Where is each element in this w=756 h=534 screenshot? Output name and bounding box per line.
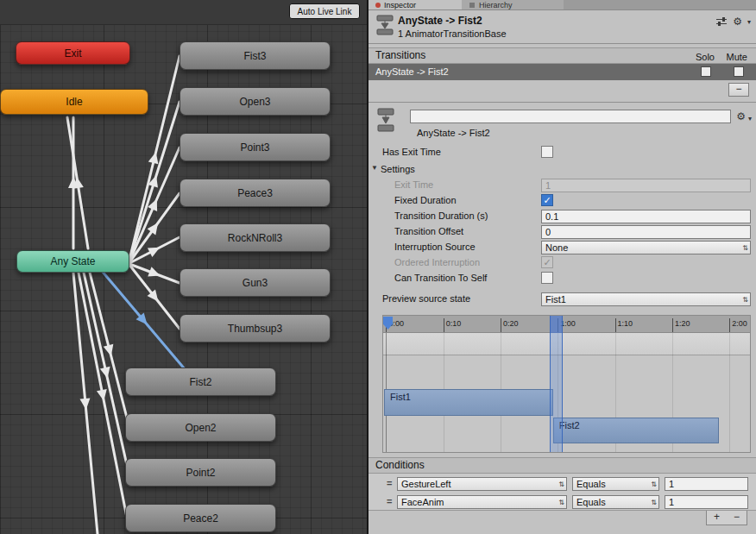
interruption-source-dropdown[interactable]: None ⇅ [541,241,751,254]
presets-icon[interactable] [715,16,728,27]
fixed-duration-row: Fixed Duration ✓ [369,193,756,209]
transition-edge[interactable] [67,117,88,248]
can-transition-to-self-row: Can Transition To Self [369,271,756,286]
transitions-title: Transitions [375,49,425,61]
tick-label: 0:20 [501,318,519,332]
state-node-fist3[interactable]: Fist3 [180,41,331,70]
transition-preview-timeline[interactable]: 0:00 0:10 0:20 1:00 1:10 1:20 2:00 Fist1… [382,315,751,453]
condition-row[interactable]: = FaceAnim ⇅ Equals ⇅ [369,494,756,510]
tab-inspector[interactable]: Inspector [369,0,462,10]
transition-row[interactable]: AnyState -> Fist2 [369,64,756,80]
check-icon: ✓ [543,195,551,205]
condition-drag-handle[interactable]: = [387,496,392,506]
transition-name-field[interactable] [410,110,731,123]
state-label: Open3 [239,96,270,108]
transition-duration-field[interactable] [541,210,751,223]
solo-checkbox[interactable] [701,66,711,77]
remove-condition-button[interactable]: − [727,511,747,525]
transition-edge[interactable] [84,273,129,473]
auto-live-link-button[interactable]: Auto Live Link [289,3,360,19]
state-node-idle[interactable]: Idle [0,89,148,115]
solo-label: Solo [696,50,715,65]
tab-hierarchy[interactable]: Hierarchy [462,0,564,10]
state-node-thumbsup3[interactable]: Thumbsup3 [180,314,331,342]
tab-bar: Inspector Hierarchy [369,0,756,10]
timeline-clip-fist2[interactable]: Fist2 [553,418,719,443]
ordered-interruption-checkbox: ✓ [541,256,553,268]
check-icon: ✓ [543,257,551,267]
state-label: RockNRoll3 [228,232,282,244]
tick-label: 2:00 [729,318,747,332]
transition-window-top[interactable] [551,316,562,333]
has-exit-time-checkbox[interactable] [541,146,553,158]
state-node-peace3[interactable]: Peace3 [180,179,331,207]
condition-op-dropdown[interactable]: Equals ⇅ [572,477,659,491]
state-label: Open2 [185,422,216,434]
condition-value-field[interactable] [665,495,748,509]
settings-foldout[interactable]: ▼ Settings [369,162,756,178]
divider-line [369,102,756,103]
transition-window-handle[interactable] [550,316,563,452]
popup-arrows-icon: ⇅ [558,499,564,506]
condition-op-dropdown[interactable]: Equals ⇅ [572,495,659,509]
popup-arrows-icon: ⇅ [651,499,657,506]
state-label: Peace3 [237,187,273,199]
preview-source-state-dropdown[interactable]: Fist1 ⇅ [541,292,751,306]
state-node-point2[interactable]: Point2 [125,458,276,487]
condition-row[interactable]: = GestureLeft ⇅ Equals ⇅ [369,476,756,492]
condition-drag-handle[interactable]: = [387,478,392,488]
preview-source-state-row: Preview source state Fist1 ⇅ [369,292,756,307]
state-label: Point3 [240,141,269,154]
state-label: Idle [66,96,82,108]
state-label: Point2 [186,467,215,479]
transition-offset-field[interactable] [541,225,751,239]
state-node-exit[interactable]: Exit [16,41,130,65]
interruption-source-label: Interruption Source [394,242,476,252]
gear-icon[interactable]: ⚙ [736,110,746,123]
state-label: Fist3 [243,50,266,62]
dropdown-value: Equals [576,479,651,489]
ordered-interruption-label: Ordered Interruption [394,257,480,267]
gear-icon[interactable]: ⚙ [733,16,742,28]
panel-divider[interactable] [367,0,369,534]
transitions-section-header: Transitions Solo Mute [369,47,756,64]
state-node-peace2[interactable]: Peace2 [125,504,276,532]
timeline-ruler[interactable]: 0:00 0:10 0:20 1:00 1:10 1:20 2:00 [383,316,750,333]
state-label: Gun3 [243,277,268,289]
settings-label: Settings [381,164,415,174]
state-node-open3[interactable]: Open3 [180,87,331,116]
condition-param-dropdown[interactable]: GestureLeft ⇅ [397,477,567,491]
conditions-title: Conditions [375,459,425,471]
can-transition-to-self-checkbox[interactable] [541,272,553,284]
transition-offset-label: Transition Offset [394,226,463,236]
animator-graph-panel[interactable]: Auto Live Link Exit Idle Any State Fist3… [0,0,367,534]
state-node-rocknroll3[interactable]: RockNRoll3 [180,223,331,252]
popup-arrows-icon: ⇅ [651,481,657,488]
mute-checkbox[interactable] [734,66,744,77]
transition-row-label: AnyState -> Fist2 [375,66,449,77]
popup-arrows-icon: ⇅ [742,244,748,252]
condition-param-dropdown[interactable]: FaceAnim ⇅ [397,495,567,509]
condition-value-field[interactable] [665,477,748,491]
state-node-gun3[interactable]: Gun3 [180,268,331,297]
state-node-point3[interactable]: Point3 [180,133,331,161]
any-state-node[interactable]: Any State [16,250,129,273]
state-label: Peace2 [183,512,218,525]
fixed-duration-checkbox[interactable]: ✓ [541,194,553,206]
popup-arrows-icon: ⇅ [558,481,564,488]
divider-line [369,43,756,44]
can-transition-to-self-label: Can Transition To Self [394,273,487,283]
add-condition-button[interactable]: + [707,511,727,525]
state-node-open2[interactable]: Open2 [125,413,276,442]
foldout-icon[interactable]: ▼ [371,164,378,172]
chevron-down-icon: ▾ [747,18,751,26]
state-node-fist2[interactable]: Fist2 [125,368,276,396]
remove-transition-button[interactable]: − [728,83,749,97]
tick-label: 1:20 [672,318,690,332]
transition-edge[interactable] [129,102,180,261]
timeline-clip-fist1[interactable]: Fist1 [384,389,553,416]
exit-time-field [541,179,751,192]
exit-time-label: Exit Time [394,179,433,190]
conditions-list-buttons: + − [706,511,747,525]
has-exit-time-label: Has Exit Time [382,147,441,157]
